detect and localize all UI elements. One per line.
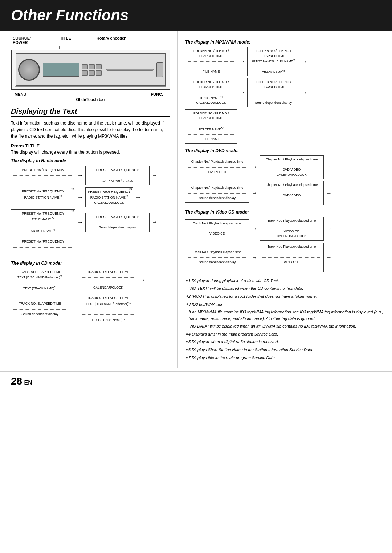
footnote-1: ∗1 Displayed during playback of a disc w… bbox=[185, 278, 385, 284]
dvd-box-4: Chapter No./ Playback elapsed time — — —… bbox=[260, 181, 324, 205]
page-header: Other Functions bbox=[0, 0, 392, 31]
arrow-4: → bbox=[135, 194, 141, 200]
source-power-label: SOURCE/POWER bbox=[13, 36, 31, 45]
arrow-2: → bbox=[152, 172, 158, 179]
footnote-5: ∗5 Displayed when a digital radio statio… bbox=[185, 339, 385, 345]
footnote-3: ∗3 ID3 tag/WMA tag bbox=[185, 301, 385, 308]
radio-row-1: PRESET No./FREQUENCY — — — — — — — — — —… bbox=[11, 166, 170, 185]
cd-row-2: TRACK NO./ELAPSED TIME — — — — — — — — —… bbox=[11, 294, 170, 324]
dvd-box-1: Chapter No./ Playback elapsed time — — —… bbox=[185, 158, 249, 176]
vcd-mode-section: The display in Video CD mode: Track No./… bbox=[185, 210, 385, 272]
radio-row-4: PRESET No./FREQUENCY — — — — — — — — — —… bbox=[11, 237, 170, 257]
cd-box-3: TRACK NO./ELAPSED TIME — — — — — — — — —… bbox=[11, 300, 69, 318]
mp3-arrow-4: → bbox=[302, 89, 307, 96]
mp3-row-1: FOLDER NO./FILE NO./ ELAPSED TIME — — — … bbox=[185, 47, 385, 76]
radio-box-3: *5 PRESET No./FREQUENCY RADIO STATION NA… bbox=[11, 187, 75, 207]
footnote-1-sub: "NO TEXT" will be displayed when the CD … bbox=[189, 285, 385, 292]
displaying-text-section: Displaying the Text Text information, su… bbox=[11, 107, 170, 155]
mp3-mode-section: The display in MP3/WMA mode: FOLDER NO./… bbox=[185, 40, 385, 144]
press-subtitle: The display will change every time the b… bbox=[11, 150, 170, 155]
mp3-arrow-2: → bbox=[302, 58, 307, 65]
page-suffix: -EN bbox=[22, 379, 32, 386]
radio-box-1: PRESET No./FREQUENCY — — — — — — — — — —… bbox=[11, 166, 75, 185]
left-column: SOURCE/POWER TITLE Rotary encoder | | | bbox=[0, 31, 178, 368]
cd-box-4: TRACK NO./ELAPSED TIME TEXT (DISC NAME/P… bbox=[79, 294, 137, 324]
func-label: FUNC. bbox=[151, 92, 163, 97]
dvd-arrow-4: → bbox=[326, 190, 332, 196]
cd-mode-label: The display in CD mode: bbox=[11, 261, 170, 266]
mp3-arrow-3: → bbox=[239, 89, 245, 96]
radio-box-4: *5 PRESET No./FREQUENCY RADIO STATION NA… bbox=[85, 187, 133, 207]
dvd-row-1: Chapter No./ Playback elapsed time — — —… bbox=[185, 155, 385, 179]
radio-mode-section: The display in Radio mode: PRESET No./FR… bbox=[11, 158, 170, 257]
cd-arrow-3: → bbox=[71, 306, 77, 312]
vcd-box-4: Track No./ Playback elapsed time — — — —… bbox=[260, 243, 324, 272]
dvd-arrow-2: → bbox=[326, 164, 332, 170]
mp3-mode-label: The display in MP3/WMA mode: bbox=[185, 40, 385, 45]
cd-box-1: TRACK NO./ELAPSED TIME TEXT (DISC NAME/P… bbox=[11, 268, 69, 293]
vcd-box-1: Track No./ Playback elapsed time — — — —… bbox=[185, 219, 249, 238]
footnote-6: ∗6 Displays Short Station Name in the St… bbox=[185, 347, 385, 353]
right-column: The display in MP3/WMA mode: FOLDER NO./… bbox=[178, 31, 392, 368]
radio-mode-label: The display in Radio mode: bbox=[11, 158, 170, 163]
radio-row-3: *5 PRESET No./FREQUENCY TITLE NAME *7 — … bbox=[11, 209, 170, 235]
mp3-row-3: FOLDER NO./FILE NO./ ELAPSED TIME — — — … bbox=[185, 109, 385, 144]
radio-box-7: PRESET No./FREQUENCY — — — — — — — — — —… bbox=[11, 237, 75, 257]
page-number: 28 bbox=[11, 375, 22, 387]
dvd-arrow-1: → bbox=[252, 164, 257, 170]
mp3-row-2: FOLDER NO./FILE NO./ ELAPSED TIME — — — … bbox=[185, 78, 385, 107]
mp3-box-3: FOLDER NO./FILE NO./ ELAPSED TIME — — — … bbox=[185, 78, 237, 107]
radio-box-5: *5 PRESET No./FREQUENCY TITLE NAME *7 — … bbox=[11, 209, 75, 235]
menu-label: MENU bbox=[15, 92, 26, 97]
dvd-box-3: Chapter No./ Playback elapsed time — — —… bbox=[185, 184, 249, 203]
radio-row-2: *5 PRESET No./FREQUENCY RADIO STATION NA… bbox=[11, 187, 170, 207]
arrow-3: → bbox=[77, 194, 83, 200]
title-label: TITLE bbox=[60, 36, 71, 45]
footnotes-section: ∗1 Displayed during playback of a disc w… bbox=[185, 278, 385, 361]
mp3-box-5: FOLDER NO./FILE NO./ ELAPSED TIME — — — … bbox=[185, 109, 237, 144]
page-title: Other Functions bbox=[11, 7, 381, 24]
vcd-mode-label: The display in Video CD mode: bbox=[185, 210, 385, 215]
mp3-box-4: FOLDER NO./FILE NO./ ELAPSED TIME — — — … bbox=[247, 78, 299, 107]
cd-row-1: TRACK NO./ELAPSED TIME TEXT (DISC NAME/P… bbox=[11, 268, 170, 293]
mp3-box-2: FOLDER NO./FILE NO./ ELAPSED TIME ARTIST… bbox=[247, 47, 299, 76]
mp3-arrow-1: → bbox=[239, 58, 245, 65]
footnote-2: ∗2 "ROOT" is displayed for a root folder… bbox=[185, 293, 385, 300]
section-title: Displaying the Text bbox=[11, 107, 170, 117]
dvd-row-2: Chapter No./ Playback elapsed time — — —… bbox=[185, 181, 385, 205]
arrow-6: → bbox=[152, 219, 158, 225]
vcd-arrow-3: → bbox=[252, 254, 257, 261]
cd-arrow-2: → bbox=[139, 277, 145, 283]
glidetouch-label: GlideTouch bar bbox=[76, 97, 105, 102]
arrow-1: → bbox=[77, 172, 83, 179]
dvd-box-2: Chapter No./ Playback elapsed time — — —… bbox=[260, 155, 324, 179]
device-diagram bbox=[11, 50, 170, 90]
vcd-arrow-4: → bbox=[326, 254, 332, 261]
rotary-label: Rotary encoder bbox=[97, 36, 126, 45]
body-text: Text information, such as the disc name … bbox=[11, 120, 170, 139]
vcd-row-2: Track No./ Playback elapsed time — — — —… bbox=[185, 243, 385, 272]
radio-box-2: PRESET No./FREQUENCY — — — — — — — — — —… bbox=[85, 166, 150, 185]
cd-mode-section: The display in CD mode: TRACK NO./ELAPSE… bbox=[11, 261, 170, 324]
footnote-4: ∗4 Displays artist in the main program S… bbox=[185, 331, 385, 338]
footnote-3-sub2: "NO DATA" will be displayed when an MP3/… bbox=[189, 323, 385, 330]
footnote-3-sub: If an MP3/WMA file contains ID3 tag/WMA … bbox=[189, 309, 385, 322]
vcd-arrow-1: → bbox=[252, 225, 257, 232]
device-section: SOURCE/POWER TITLE Rotary encoder | | | bbox=[11, 36, 170, 102]
cd-arrow-1: → bbox=[71, 277, 77, 283]
arrow-5: → bbox=[77, 219, 83, 225]
press-title: Press TITLE. bbox=[11, 143, 170, 149]
footnote-7: ∗7 Displays title in the main program Se… bbox=[185, 355, 385, 361]
dvd-mode-label: The display in DVD mode: bbox=[185, 148, 385, 153]
dvd-mode-section: The display in DVD mode: Chapter No./ Pl… bbox=[185, 148, 385, 206]
vcd-arrow-2: → bbox=[326, 225, 332, 232]
mp3-box-1: FOLDER NO./FILE NO./ ELAPSED TIME — — — … bbox=[185, 47, 237, 76]
vcd-box-2: Track No./ Playback elapsed time — — — —… bbox=[260, 217, 324, 241]
vcd-box-3: Track No./ Playback elapsed time — — — —… bbox=[185, 248, 249, 267]
vcd-row-1: Track No./ Playback elapsed time — — — —… bbox=[185, 217, 385, 241]
cd-box-2: TRACK NO./ELAPSED TIME — — — — — — — — —… bbox=[79, 268, 137, 292]
dvd-arrow-3: → bbox=[252, 190, 257, 196]
radio-box-6: PRESET No./FREQUENCY — — — — — — — — — —… bbox=[85, 213, 150, 232]
